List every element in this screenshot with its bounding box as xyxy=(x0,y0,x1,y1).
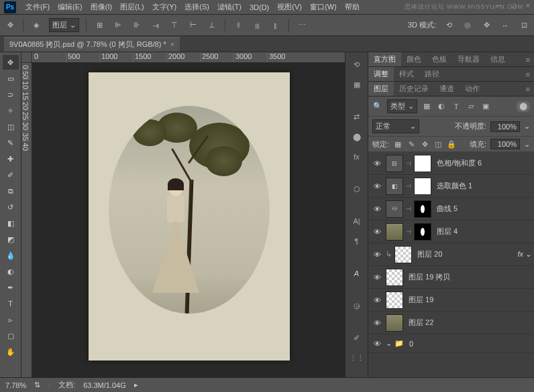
gradient-tool[interactable]: ◩ xyxy=(3,232,19,247)
fill-input[interactable]: 100% xyxy=(490,139,520,149)
filter-type-dropdown[interactable]: 类型⌄ xyxy=(387,99,417,113)
clone-tool[interactable]: ⧉ xyxy=(3,184,19,198)
menu-edit[interactable]: 编辑(E) xyxy=(54,1,87,13)
window-maximize-icon[interactable]: □ xyxy=(509,1,518,9)
more-icon[interactable]: ⋯ xyxy=(296,19,308,31)
transform-controls-icon[interactable]: ⊞ xyxy=(93,19,105,31)
link-icon[interactable]: ⊣ xyxy=(406,228,411,235)
visibility-toggle-icon[interactable]: 👁 xyxy=(371,228,383,236)
artboard[interactable] xyxy=(89,72,290,361)
3d-orbit-icon[interactable]: ⟲ xyxy=(443,19,455,31)
filter-smart-icon[interactable]: ▣ xyxy=(480,101,491,112)
layer-thumb[interactable] xyxy=(386,269,403,286)
character-panel-icon[interactable]: A| xyxy=(349,213,365,229)
brush-tool[interactable]: ✐ xyxy=(3,168,19,182)
align-left-icon[interactable]: ⊫ xyxy=(112,19,124,31)
eyedropper-tool[interactable]: ✎ xyxy=(3,135,19,150)
layer-name[interactable]: 图层 19 xyxy=(406,295,531,305)
history-brush-tool[interactable]: ↺ xyxy=(3,200,19,214)
link-icon[interactable]: ⊣ xyxy=(406,206,411,212)
visibility-toggle-icon[interactable]: 👁 xyxy=(371,159,383,168)
tab-adjustments[interactable]: 调整 xyxy=(368,67,394,81)
layer-name[interactable]: 图层 22 xyxy=(406,318,531,328)
visibility-toggle-icon[interactable]: 👁 xyxy=(371,273,383,281)
type-tool[interactable]: T xyxy=(3,296,19,311)
panel-menu-icon[interactable]: ≡ xyxy=(522,85,534,93)
tab-swatches[interactable]: 色板 xyxy=(427,52,452,66)
layer-name[interactable]: 图层 20 xyxy=(415,249,515,259)
tab-close-icon[interactable]: × xyxy=(170,40,174,48)
tab-paths[interactable]: 路径 xyxy=(419,67,445,81)
brush-settings-icon[interactable]: ✐ xyxy=(349,330,365,346)
adjustments-panel-icon[interactable]: ⬤ xyxy=(349,129,365,145)
layer-name[interactable]: 曲线 5 xyxy=(434,204,531,214)
tab-styles[interactable]: 样式 xyxy=(394,67,419,81)
auto-select-icon[interactable]: ◈ xyxy=(30,19,42,31)
layer-thumb[interactable] xyxy=(386,223,403,241)
tab-histogram[interactable]: 直方图 xyxy=(368,52,401,66)
layer-thumb[interactable] xyxy=(394,246,412,263)
document-tab[interactable]: 9V0A0885 拷贝.psd @ 7.78% (0 拷贝, RGB/8) * … xyxy=(4,37,180,52)
layer-name[interactable]: 图层 4 xyxy=(434,226,531,237)
layer-row[interactable]: 👁 ⊟ ⊣ 色相/饱和度 6 xyxy=(368,152,534,175)
layer-row[interactable]: 👁 ↳ 图层 20 fx ⌄ xyxy=(368,243,534,266)
lock-image-icon[interactable]: ✎ xyxy=(407,140,416,149)
ruler-horizontal[interactable]: 0500100015002000250030003500 xyxy=(32,52,345,63)
link-icon[interactable]: ⊣ xyxy=(406,160,411,167)
hand-tool[interactable]: ✋ xyxy=(3,344,19,359)
layer-group-row[interactable]: 👁 ⌄ 📁 0 xyxy=(368,334,534,353)
properties-panel-icon[interactable]: ⇄ xyxy=(349,109,365,125)
3d-roll-icon[interactable]: ◎ xyxy=(462,19,474,31)
blur-tool[interactable]: 💧 xyxy=(3,248,19,263)
menu-3d[interactable]: 3D(D) xyxy=(246,2,273,13)
zoom-level[interactable]: 7.78% xyxy=(5,381,26,389)
move-tool-icon[interactable]: ✥ xyxy=(4,19,16,31)
panel-menu-icon[interactable]: ≡ xyxy=(522,56,534,64)
layer-row[interactable]: 👁 ⦵ ⊣ 曲线 5 xyxy=(368,198,534,220)
adjustment-thumb[interactable]: ◧ xyxy=(386,178,403,195)
menu-select[interactable]: 选择(S) xyxy=(180,1,213,13)
panel-menu-icon[interactable]: ≡ xyxy=(522,70,534,78)
layer-thumb[interactable] xyxy=(386,314,403,332)
actions-panel-icon[interactable]: ▦ xyxy=(349,76,365,92)
paragraph-panel-icon[interactable]: ¶ xyxy=(349,233,365,249)
chevron-down-icon[interactable]: ⌄ xyxy=(524,122,530,131)
tab-history[interactable]: 历史记录 xyxy=(394,82,434,96)
menu-help[interactable]: 帮助 xyxy=(341,1,364,13)
adjustment-thumb[interactable]: ⊟ xyxy=(386,155,403,172)
menu-layer[interactable]: 图层(L) xyxy=(116,1,148,13)
window-close-icon[interactable]: × xyxy=(523,1,533,9)
lock-position-icon[interactable]: ✥ xyxy=(420,140,429,149)
window-minimize-icon[interactable]: ─ xyxy=(494,1,503,9)
disclosure-triangle-icon[interactable]: ⌄ xyxy=(386,339,392,348)
pen-tool[interactable]: ✒ xyxy=(3,280,19,295)
healing-tool[interactable]: ✚ xyxy=(3,151,19,166)
tab-navigator[interactable]: 导航器 xyxy=(452,52,485,66)
brushes-panel-icon[interactable]: ⋮⋮ xyxy=(349,350,365,366)
menu-type[interactable]: 文字(Y) xyxy=(148,1,181,13)
zoom-stepper-icon[interactable]: ⇅ xyxy=(34,381,40,389)
menu-image[interactable]: 图像(I) xyxy=(87,1,116,13)
layer-row[interactable]: 👁 图层 22 xyxy=(368,312,534,334)
tab-color[interactable]: 颜色 xyxy=(401,52,427,66)
visibility-toggle-icon[interactable]: 👁 xyxy=(371,319,383,327)
marquee-tool[interactable]: ▭ xyxy=(3,71,19,86)
menu-view[interactable]: 视图(V) xyxy=(273,1,306,13)
dodge-tool[interactable]: ◐ xyxy=(3,264,19,279)
group-name[interactable]: 0 xyxy=(407,340,531,348)
distribute-spacing-icon[interactable]: ⫿ xyxy=(270,19,282,31)
menu-file[interactable]: 文件(F) xyxy=(21,1,54,13)
layer-row[interactable]: 👁 图层 19 拷贝 xyxy=(368,266,534,289)
tab-info[interactable]: 信息 xyxy=(485,52,511,66)
3d-zoom-icon[interactable]: ⊡ xyxy=(518,19,530,31)
history-panel-icon[interactable]: ⟲ xyxy=(349,56,365,72)
layer-row[interactable]: 👁 图层 19 xyxy=(368,289,534,312)
align-bottom-icon[interactable]: ⊥ xyxy=(206,19,218,31)
distribute-v-icon[interactable]: ⫼ xyxy=(251,19,263,31)
libraries-panel-icon[interactable]: ◶ xyxy=(349,298,365,314)
crop-tool[interactable]: ◫ xyxy=(3,119,19,134)
lock-artboard-icon[interactable]: ◫ xyxy=(433,140,443,149)
magic-wand-tool[interactable]: ✧ xyxy=(3,103,19,118)
eraser-tool[interactable]: ◧ xyxy=(3,216,19,231)
tab-channels[interactable]: 通道 xyxy=(434,82,460,96)
